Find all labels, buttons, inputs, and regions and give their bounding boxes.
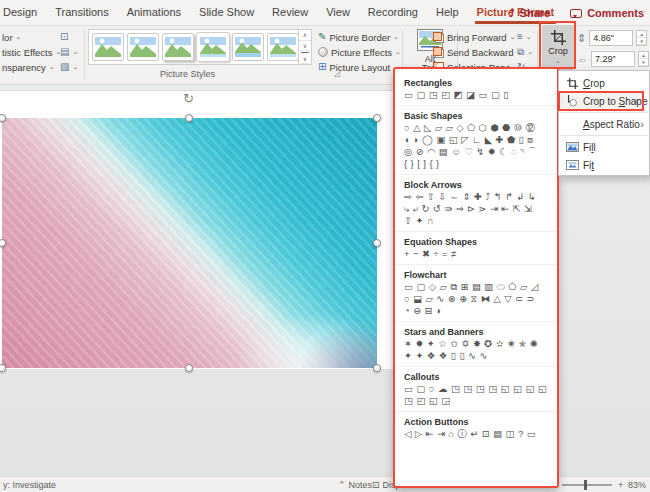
align-button[interactable]: ≡⌄ [517, 30, 532, 44]
comments-button[interactable]: Comments [570, 7, 644, 19]
shape-row[interactable]: ▭ ▢ ◇ ▱ ⧉ ⊞ ▤ ▥ ⬭ ⬠ ▱ ◿ [404, 281, 549, 293]
menu-item-crop[interactable]: Crop [559, 74, 649, 92]
shapes-section-rectangles: Rectangles ▭ ▢ ◳ ◰ ◩ ◪ ▭ ▢ ▯ [395, 73, 557, 106]
menu-item-fill[interactable]: Fill [559, 138, 649, 156]
resize-handle-middle-right[interactable] [373, 239, 381, 247]
height-field[interactable]: 4.86" [589, 30, 633, 46]
color-button[interactable]: lor ⌄ [2, 30, 21, 44]
tab-help[interactable]: Help [427, 0, 468, 25]
resize-handle-top-right[interactable] [373, 114, 381, 122]
share-button[interactable]: ⤴ Share [509, 7, 550, 19]
beach-photo[interactable]: ↻ [2, 118, 377, 368]
picture-style-thumbnail[interactable] [267, 33, 299, 61]
tab-recording[interactable]: Recording [359, 0, 427, 25]
fill-icon [564, 142, 580, 152]
menu-item-aspect-ratio[interactable]: Aspect Ratio › [559, 115, 649, 133]
shape-row[interactable]: ▭ ▢ ◳ ◰ ◩ ◪ ▭ ▢ ▯ [404, 89, 549, 101]
gallery-up-button[interactable]: ∧ [299, 30, 311, 41]
crop-dropdown-menu: Crop Crop to Shape › Aspect Ratio › Fill… [558, 70, 650, 176]
shape-width-icon: ⇔ [577, 53, 588, 65]
tab-review[interactable]: Review [263, 0, 317, 25]
width-stepper[interactable]: ▴▾ [638, 51, 649, 67]
send-backward-button[interactable]: Send Backward ⌄ [433, 45, 522, 59]
shape-row[interactable]: ✶ ✹ ✦ ☆ ✩ ✡ ✸ ✪ ✫ ✬ ✯ ✺ [404, 338, 549, 350]
resize-handle-middle-left[interactable] [0, 239, 6, 247]
notes-button[interactable]: ⌃ Notes [338, 480, 372, 490]
resize-handle-top-left[interactable] [0, 114, 6, 122]
accessibility-status[interactable]: y: Investigate [3, 480, 56, 490]
comments-label: Comments [587, 7, 644, 19]
reset-picture-button[interactable]: ▨⌄ [60, 60, 78, 74]
spin-down-icon[interactable]: ▾ [637, 38, 646, 45]
zoom-in-button[interactable]: + [618, 480, 623, 490]
zoom-slider[interactable] [562, 484, 612, 486]
tab-animations[interactable]: Animations [118, 0, 190, 25]
picture-style-thumbnail[interactable] [127, 33, 159, 61]
shapes-section-equation-shapes: Equation Shapes + − ✖ ÷ = ≠ [395, 232, 557, 265]
picture-style-thumbnail[interactable] [197, 33, 229, 61]
shape-row[interactable]: ◁ ▷ ⇤ ⇥ ⌂ ⓘ ↵ ⊡ ▤ ◫ ? ▭ [404, 428, 549, 440]
shape-row[interactable]: ⇨ ⇦ ⇧ ⇩ ⇔ ⇕ ✚ ⤴ ↰ ↱ ↲ ↳ [404, 191, 549, 203]
change-picture-button[interactable]: ▤⌄ [60, 45, 78, 59]
zoom-slider-thumb[interactable] [584, 480, 587, 490]
shape-row[interactable]: ◎ ⊘ ◠ ▤ ☺ ♡ ↯ ✹ ☾ ◌ ◝ ⌒ [404, 146, 549, 158]
spin-down-icon[interactable]: ▾ [639, 59, 648, 66]
chevron-down-icon: ⌄ [16, 33, 22, 41]
picture-effects-button[interactable]: Picture Effects ⌄ [318, 45, 401, 59]
crop-icon [551, 30, 566, 45]
picture-layout-icon: ⊞ [318, 62, 326, 72]
shape-row[interactable]: ⇧ ✦ ∩ [404, 215, 549, 227]
shape-row[interactable]: ○ △ ◺ ▱ ▱ ◇ ⬠ ⬡ ⬢ ⬣ ⑩ ⑫ [404, 122, 549, 134]
tab-design[interactable]: Design [0, 0, 46, 25]
resize-handle-top-center[interactable] [185, 114, 193, 122]
align-icon: ≡ [517, 32, 523, 42]
resize-handle-bottom-right[interactable] [373, 364, 381, 372]
picture-style-thumbnail[interactable] [92, 33, 124, 61]
shape-row[interactable]: ✦ ✦ ❖ ❖ ▯ ▯ ∿ ∿ [404, 350, 549, 362]
shape-row[interactable]: { } [ ] { } [404, 158, 549, 170]
group-button[interactable]: ⧉⌄ [517, 45, 533, 59]
tab-view[interactable]: View [317, 0, 359, 25]
tab-slide-show[interactable]: Slide Show [190, 0, 263, 25]
shape-row[interactable]: ○ ⬓ ▱ ∿ ⊗ ⊕ ⧖ ⧓ △ ▽ ⊂ ⊃ [404, 293, 549, 305]
zoom-percent[interactable]: 83% [628, 480, 646, 490]
picture-effects-icon [318, 47, 328, 57]
bring-forward-icon [433, 32, 444, 43]
spin-up-icon[interactable]: ▴ [639, 52, 648, 59]
artistic-effects-button[interactable]: tistic Effects ⌄ [2, 45, 61, 59]
resize-handle-bottom-center[interactable] [185, 364, 193, 372]
crop-icon [564, 78, 580, 89]
spin-up-icon[interactable]: ▴ [637, 31, 646, 38]
menu-item-crop-to-shape[interactable]: Crop to Shape › [559, 92, 643, 110]
picture-layout-button[interactable]: ⊞ Picture Layout ⌄ [318, 60, 399, 74]
tab-transitions[interactable]: Transitions [46, 0, 117, 25]
picture-styles-gallery: ∧ ∨ ∨ [88, 29, 312, 65]
menu-bar: Design Transitions Animations Slide Show… [0, 0, 650, 26]
shapes-section-basic-shapes: Basic Shapes ○ △ ◺ ▱ ▱ ◇ ⬠ ⬡ ⬢ ⬣ ⑩ ⑫ ◖ ◗… [395, 106, 557, 175]
shape-row[interactable]: + − ✖ ÷ = ≠ [404, 248, 549, 260]
width-field[interactable]: 7.29" [591, 51, 635, 67]
picture-icon: ▤ [60, 47, 69, 57]
shape-row[interactable]: ◖ ◗ ◯ ▣ ◱ ◸ ∟ ◣ ✚ ⬟ ▯ ⧈ [404, 134, 549, 146]
menu-item-fit[interactable]: Fit [559, 156, 649, 174]
submenu-arrow-icon: › [640, 118, 644, 130]
picture-border-button[interactable]: ✎ Picture Border ⌄ [318, 30, 399, 44]
shape-row[interactable]: ▭ ▢ ○ ☁ ◳ ◳ ◳ ◳ ◱ ◱ ◱ ◱ [404, 383, 549, 395]
height-stepper[interactable]: ▴▾ [636, 30, 647, 46]
picture-style-thumbnail[interactable] [162, 33, 194, 61]
menu-separator [560, 112, 648, 113]
shapes-section-block-arrows: Block Arrows ⇨ ⇦ ⇧ ⇩ ⇔ ⇕ ✚ ⤴ ↰ ↱ ↲ ↳ ⤷ ⤶… [395, 175, 557, 232]
select-tool-button[interactable]: ⊡ [60, 30, 68, 44]
picture-style-thumbnail[interactable] [232, 33, 264, 61]
group-icon: ⧉ [517, 47, 524, 57]
bring-forward-button[interactable]: Bring Forward ⌄ [433, 30, 516, 44]
crop-button[interactable]: Crop ⌄ [542, 25, 574, 70]
transparency-button[interactable]: nsparency ⌄ [2, 60, 55, 74]
shape-row[interactable]: ◳ ◰ ◱ ◲ [404, 395, 549, 407]
gallery-down-button[interactable]: ∨ [299, 41, 311, 52]
shape-row[interactable]: ◔ ⊖ ⊟ ◗ [404, 305, 549, 317]
shape-row[interactable]: ⤷ ⤶ ↻ ↺ ⇛ ⇒ ⊳ ⋗ ⇥ ⇤ ⇱ ⇲ [404, 203, 549, 215]
resize-handle-bottom-left[interactable] [0, 364, 6, 372]
gallery-more-button[interactable]: ∨ [301, 52, 309, 64]
rotate-handle[interactable]: ↻ [183, 92, 194, 105]
